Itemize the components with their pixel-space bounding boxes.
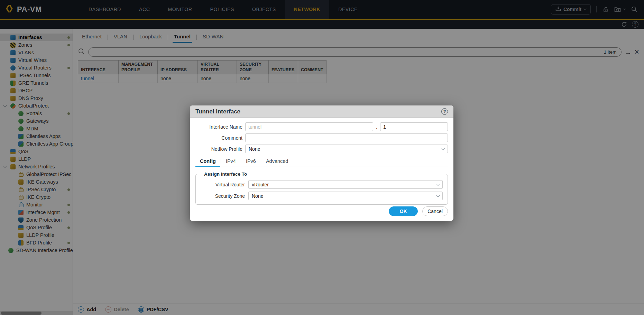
interface-name-label: Interface Name <box>195 124 243 130</box>
dialog-buttons: OK Cancel <box>389 206 448 216</box>
netflow-profile-select[interactable]: None <box>245 145 448 153</box>
security-zone-label: Security Zone <box>201 193 246 199</box>
interface-name-separator: . <box>375 124 378 130</box>
assign-interface-to-section: Assign Interface To Virtual Router vRout… <box>195 172 448 205</box>
netflow-profile-label: Netflow Profile <box>195 146 243 152</box>
interface-name-input[interactable] <box>245 122 373 131</box>
assign-interface-to-legend: Assign Interface To <box>202 172 249 177</box>
comment-input[interactable] <box>245 133 448 142</box>
tab-advanced[interactable]: Advanced <box>261 157 293 167</box>
chevron-down-icon <box>436 182 440 186</box>
dialog-help-icon[interactable]: ? <box>441 108 448 115</box>
security-zone-select[interactable]: None <box>248 192 443 200</box>
chevron-down-icon <box>442 147 445 150</box>
dialog-title: Tunnel Interface <box>195 108 240 115</box>
dialog-tabs: Config IPv4 IPv6 Advanced <box>195 157 448 167</box>
comment-label: Comment <box>195 135 243 141</box>
ok-button[interactable]: OK <box>389 206 418 216</box>
tunnel-interface-dialog: Tunnel Interface ? Interface Name . Comm… <box>190 105 453 221</box>
virtual-router-select[interactable]: vRouter <box>248 180 443 189</box>
chevron-down-icon <box>436 194 440 197</box>
tab-ipv4[interactable]: IPv4 <box>221 157 240 167</box>
tab-config[interactable]: Config <box>195 157 220 167</box>
tab-ipv6[interactable]: IPv6 <box>241 157 260 167</box>
interface-number-input[interactable] <box>380 122 448 131</box>
screen: PA-VM DASHBOARD ACC MONITOR POLICIES OBJ… <box>0 0 644 315</box>
cancel-button[interactable]: Cancel <box>422 206 448 216</box>
dialog-body: Interface Name . Comment Netflow Profile… <box>190 118 453 221</box>
dialog-header: Tunnel Interface ? <box>190 105 453 118</box>
virtual-router-label: Virtual Router <box>201 182 246 187</box>
